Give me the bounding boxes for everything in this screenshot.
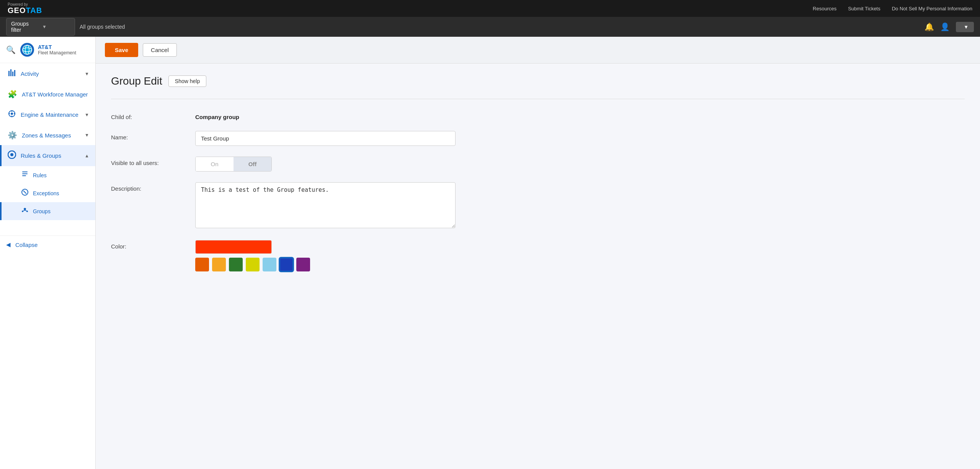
child-of-value: Company group xyxy=(195,111,456,120)
page-title: Group Edit xyxy=(111,75,162,87)
top-bar-left: Powered by GEOTAB xyxy=(8,3,42,14)
visible-row: Visible to all users: On Off xyxy=(111,157,965,172)
groups-icon xyxy=(21,207,28,216)
svg-rect-17 xyxy=(22,173,28,174)
sidebar-sub-item-groups[interactable]: Groups xyxy=(0,202,95,220)
user-menu-button[interactable]: ▼ xyxy=(956,22,974,32)
toggle-on-button[interactable]: On xyxy=(196,157,234,171)
brand-sub: Fleet Management xyxy=(38,50,76,56)
toggle-off-button[interactable]: Off xyxy=(234,157,271,171)
chevron-up-icon: ▲ xyxy=(85,153,89,159)
form-area: Group Edit Show help Child of: Company g… xyxy=(96,64,980,294)
rules-groups-icon xyxy=(8,150,16,161)
chevron-down-icon: ▼ xyxy=(42,24,70,29)
sidebar: 🔍 AT&T Fleet Management xyxy=(0,37,96,469)
color-swatch-yellow[interactable] xyxy=(246,258,260,271)
submit-tickets-link[interactable]: Submit Tickets xyxy=(848,6,880,11)
sidebar-item-activity-label: Activity xyxy=(21,70,80,77)
child-of-label: Child of: xyxy=(111,111,188,120)
all-groups-text: All groups selected xyxy=(80,24,125,30)
groups-filter-label: Groups filter xyxy=(11,21,39,33)
rules-sub-icon xyxy=(21,171,28,180)
form-separator xyxy=(111,99,965,99)
svg-rect-12 xyxy=(8,113,10,114)
sidebar-sub-item-exceptions[interactable]: Exceptions xyxy=(0,184,95,202)
svg-rect-10 xyxy=(11,110,12,112)
groups-filter-dropdown[interactable]: Groups filter ▼ xyxy=(6,18,75,36)
sidebar-sub-item-rules[interactable]: Rules xyxy=(0,166,95,184)
show-help-button[interactable]: Show help xyxy=(168,75,206,87)
top-navigation-bar: Powered by GEOTAB Resources Submit Ticke… xyxy=(0,0,980,17)
do-not-sell-link[interactable]: Do Not Sell My Personal Information xyxy=(892,6,972,11)
collapse-icon: ◀ xyxy=(6,241,11,248)
color-swatch-light-blue[interactable] xyxy=(263,258,276,271)
filter-bar-right: 🔔 👤 ▼ xyxy=(924,22,974,32)
visibility-toggle-group: On Off xyxy=(195,157,272,172)
sidebar-item-engine[interactable]: Engine & Maintenance ▼ xyxy=(0,104,95,125)
child-of-row: Child of: Company group xyxy=(111,111,965,120)
name-row: Name: xyxy=(111,131,965,146)
collapse-sidebar-button[interactable]: ◀ Collapse xyxy=(0,235,95,253)
selected-color-bar[interactable] xyxy=(195,240,272,254)
exceptions-icon xyxy=(21,189,28,198)
content-toolbar: Save Cancel xyxy=(96,37,980,64)
color-swatches xyxy=(195,258,456,271)
color-swatch-orange-dark[interactable] xyxy=(195,258,209,271)
groups-label: Groups xyxy=(33,208,51,214)
sidebar-header: 🔍 AT&T Fleet Management xyxy=(0,37,95,63)
cancel-button[interactable]: Cancel xyxy=(143,43,177,57)
color-swatch-green[interactable] xyxy=(229,258,243,271)
workforce-icon: 🧩 xyxy=(8,90,17,99)
svg-line-20 xyxy=(23,191,26,194)
activity-icon xyxy=(8,69,16,79)
color-swatch-blue[interactable] xyxy=(279,258,293,271)
sidebar-item-rules-groups[interactable]: Rules & Groups ▲ xyxy=(0,145,95,166)
sidebar-item-rules-groups-label: Rules & Groups xyxy=(21,152,80,159)
svg-point-21 xyxy=(24,208,26,210)
svg-rect-13 xyxy=(14,113,15,114)
sidebar-item-activity[interactable]: Activity ▼ xyxy=(0,63,95,84)
notification-bell-icon[interactable]: 🔔 xyxy=(924,22,934,31)
search-icon[interactable]: 🔍 xyxy=(6,45,16,54)
brand-logo: AT&T Fleet Management xyxy=(20,43,76,57)
rules-sub-label: Rules xyxy=(33,172,47,178)
brand-name: AT&T xyxy=(38,44,76,51)
svg-rect-18 xyxy=(22,175,26,176)
collapse-label: Collapse xyxy=(15,242,38,248)
chevron-down-icon: ▼ xyxy=(85,112,89,118)
geotab-logo: Powered by GEOTAB xyxy=(8,3,42,14)
svg-rect-6 xyxy=(12,72,13,76)
sidebar-item-zones-label: Zones & Messages xyxy=(22,132,80,139)
resources-link[interactable]: Resources xyxy=(813,6,836,11)
svg-rect-7 xyxy=(14,70,15,76)
sidebar-item-workforce[interactable]: 🧩 AT&T Workforce Manager xyxy=(0,84,95,104)
sidebar-item-workforce-label: AT&T Workforce Manager xyxy=(22,91,89,98)
content-area: Save Cancel Group Edit Show help Child o… xyxy=(96,37,980,469)
user-profile-icon[interactable]: 👤 xyxy=(940,22,950,31)
svg-point-9 xyxy=(11,113,13,115)
svg-rect-4 xyxy=(8,71,10,76)
zones-icon: ⚙️ xyxy=(8,131,17,140)
color-row: Color: xyxy=(111,240,965,271)
chevron-down-icon: ▼ xyxy=(85,71,89,77)
sidebar-item-zones[interactable]: ⚙️ Zones & Messages ▼ xyxy=(0,125,95,145)
description-textarea[interactable]: This is a test of the Group features. xyxy=(195,182,456,228)
name-input[interactable] xyxy=(195,131,456,146)
color-swatch-purple[interactable] xyxy=(296,258,310,271)
svg-point-15 xyxy=(10,153,13,156)
att-logo-icon xyxy=(20,43,34,57)
exceptions-label: Exceptions xyxy=(33,190,59,196)
svg-rect-16 xyxy=(22,172,28,172)
chevron-down-icon: ▼ xyxy=(964,24,969,30)
color-swatch-orange[interactable] xyxy=(212,258,226,271)
engine-icon xyxy=(8,109,16,120)
color-label: Color: xyxy=(111,240,188,250)
description-row: Description: This is a test of the Group… xyxy=(111,182,965,229)
svg-rect-11 xyxy=(11,116,12,117)
page-title-row: Group Edit Show help xyxy=(111,75,965,87)
name-label: Name: xyxy=(111,131,188,141)
filter-bar-left: Groups filter ▼ All groups selected xyxy=(6,18,125,36)
brand-text: AT&T Fleet Management xyxy=(38,44,76,56)
save-button[interactable]: Save xyxy=(105,43,138,57)
visible-label: Visible to all users: xyxy=(111,157,188,166)
